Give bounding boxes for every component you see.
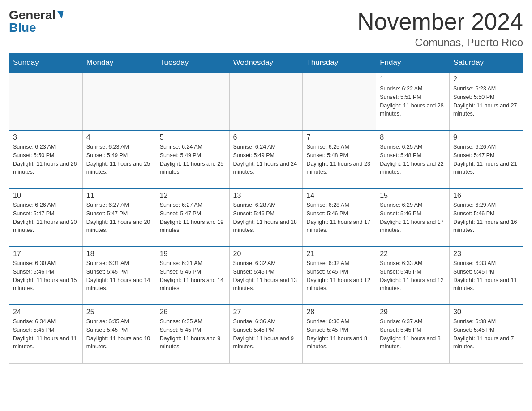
calendar-cell-6: 6Sunrise: 6:24 AM Sunset: 5:49 PM Daylig…: [229, 130, 303, 188]
day-info: Sunrise: 6:32 AM Sunset: 5:45 PM Dayligh…: [306, 259, 372, 293]
day-number: 13: [233, 192, 299, 200]
calendar-cell-2: 2Sunrise: 6:23 AM Sunset: 5:50 PM Daylig…: [450, 72, 523, 130]
day-number: 17: [13, 250, 79, 258]
month-year-title: November 2024: [357, 9, 523, 34]
calendar-cell-4: 4Sunrise: 6:23 AM Sunset: 5:49 PM Daylig…: [82, 130, 156, 188]
day-number: 30: [453, 308, 519, 316]
day-info: Sunrise: 6:38 AM Sunset: 5:45 PM Dayligh…: [453, 317, 519, 351]
column-header-tuesday: Tuesday: [156, 54, 229, 73]
calendar-cell-25: 25Sunrise: 6:35 AM Sunset: 5:45 PM Dayli…: [82, 305, 156, 363]
calendar-cell-22: 22Sunrise: 6:33 AM Sunset: 5:45 PM Dayli…: [376, 247, 450, 305]
calendar-cell-24: 24Sunrise: 6:34 AM Sunset: 5:45 PM Dayli…: [9, 305, 83, 363]
calendar-cell-8: 8Sunrise: 6:25 AM Sunset: 5:48 PM Daylig…: [376, 130, 450, 188]
day-info: Sunrise: 6:33 AM Sunset: 5:45 PM Dayligh…: [453, 259, 519, 293]
day-number: 9: [453, 133, 519, 141]
day-number: 7: [306, 133, 372, 141]
calendar-week-1: 1Sunrise: 6:22 AM Sunset: 5:51 PM Daylig…: [9, 72, 523, 130]
calendar-cell-17: 17Sunrise: 6:30 AM Sunset: 5:46 PM Dayli…: [9, 247, 83, 305]
column-header-monday: Monday: [82, 54, 156, 73]
calendar-cell-3: 3Sunrise: 6:23 AM Sunset: 5:50 PM Daylig…: [9, 130, 83, 188]
calendar-cell-23: 23Sunrise: 6:33 AM Sunset: 5:45 PM Dayli…: [450, 247, 523, 305]
day-number: 8: [380, 133, 446, 141]
calendar-cell-empty: [156, 72, 229, 130]
day-info: Sunrise: 6:35 AM Sunset: 5:45 PM Dayligh…: [86, 317, 152, 351]
calendar-cell-13: 13Sunrise: 6:28 AM Sunset: 5:46 PM Dayli…: [229, 188, 303, 247]
column-header-sunday: Sunday: [9, 54, 83, 73]
calendar-week-5: 24Sunrise: 6:34 AM Sunset: 5:45 PM Dayli…: [9, 305, 523, 363]
calendar-cell-empty: [229, 72, 303, 130]
day-number: 4: [86, 133, 152, 141]
day-number: 18: [86, 250, 152, 258]
column-header-saturday: Saturday: [450, 54, 523, 73]
day-info: Sunrise: 6:26 AM Sunset: 5:47 PM Dayligh…: [453, 143, 519, 176]
day-info: Sunrise: 6:25 AM Sunset: 5:48 PM Dayligh…: [306, 143, 372, 176]
day-number: 10: [13, 192, 79, 200]
day-number: 14: [306, 192, 372, 200]
calendar-week-3: 10Sunrise: 6:26 AM Sunset: 5:47 PM Dayli…: [9, 188, 523, 247]
day-number: 23: [453, 250, 519, 258]
day-info: Sunrise: 6:23 AM Sunset: 5:50 PM Dayligh…: [13, 143, 79, 176]
calendar-cell-5: 5Sunrise: 6:24 AM Sunset: 5:49 PM Daylig…: [156, 130, 229, 188]
day-number: 24: [13, 308, 79, 316]
day-info: Sunrise: 6:29 AM Sunset: 5:46 PM Dayligh…: [453, 201, 519, 235]
calendar-cell-1: 1Sunrise: 6:22 AM Sunset: 5:51 PM Daylig…: [376, 72, 450, 130]
day-number: 19: [160, 250, 226, 258]
calendar-cell-empty: [82, 72, 156, 130]
calendar-cell-12: 12Sunrise: 6:27 AM Sunset: 5:47 PM Dayli…: [156, 188, 229, 247]
day-info: Sunrise: 6:30 AM Sunset: 5:46 PM Dayligh…: [13, 259, 79, 293]
day-info: Sunrise: 6:33 AM Sunset: 5:45 PM Dayligh…: [380, 259, 446, 293]
day-number: 6: [233, 133, 299, 141]
calendar-cell-16: 16Sunrise: 6:29 AM Sunset: 5:46 PM Dayli…: [450, 188, 523, 247]
calendar-cell-empty: [9, 72, 83, 130]
day-number: 25: [86, 308, 152, 316]
day-info: Sunrise: 6:28 AM Sunset: 5:46 PM Dayligh…: [233, 201, 299, 235]
day-info: Sunrise: 6:35 AM Sunset: 5:45 PM Dayligh…: [160, 317, 226, 351]
column-header-thursday: Thursday: [303, 54, 376, 73]
day-number: 29: [380, 308, 446, 316]
calendar-cell-19: 19Sunrise: 6:31 AM Sunset: 5:45 PM Dayli…: [156, 247, 229, 305]
calendar-cell-18: 18Sunrise: 6:31 AM Sunset: 5:45 PM Dayli…: [82, 247, 156, 305]
logo-arrow-icon: [56, 11, 64, 19]
day-number: 28: [306, 308, 372, 316]
calendar-week-2: 3Sunrise: 6:23 AM Sunset: 5:50 PM Daylig…: [9, 130, 523, 188]
day-info: Sunrise: 6:36 AM Sunset: 5:45 PM Dayligh…: [233, 317, 299, 351]
day-number: 27: [233, 308, 299, 316]
calendar-cell-empty: [303, 72, 376, 130]
logo-general-text: General: [9, 9, 56, 21]
column-header-friday: Friday: [376, 54, 450, 73]
day-info: Sunrise: 6:23 AM Sunset: 5:50 PM Dayligh…: [453, 85, 519, 118]
day-number: 26: [160, 308, 226, 316]
day-info: Sunrise: 6:34 AM Sunset: 5:45 PM Dayligh…: [13, 317, 79, 351]
logo-blue-text: Blue: [9, 21, 36, 35]
calendar-table: SundayMondayTuesdayWednesdayThursdayFrid…: [9, 53, 523, 364]
day-info: Sunrise: 6:22 AM Sunset: 5:51 PM Dayligh…: [380, 85, 446, 118]
day-info: Sunrise: 6:24 AM Sunset: 5:49 PM Dayligh…: [160, 143, 226, 176]
calendar-cell-10: 10Sunrise: 6:26 AM Sunset: 5:47 PM Dayli…: [9, 188, 83, 247]
day-number: 21: [306, 250, 372, 258]
day-info: Sunrise: 6:37 AM Sunset: 5:45 PM Dayligh…: [380, 317, 446, 351]
day-info: Sunrise: 6:28 AM Sunset: 5:46 PM Dayligh…: [306, 201, 372, 235]
day-info: Sunrise: 6:26 AM Sunset: 5:47 PM Dayligh…: [13, 201, 79, 235]
calendar-cell-28: 28Sunrise: 6:36 AM Sunset: 5:45 PM Dayli…: [303, 305, 376, 363]
day-info: Sunrise: 6:31 AM Sunset: 5:45 PM Dayligh…: [86, 259, 152, 293]
day-number: 20: [233, 250, 299, 258]
calendar-cell-21: 21Sunrise: 6:32 AM Sunset: 5:45 PM Dayli…: [303, 247, 376, 305]
day-number: 1: [380, 75, 446, 83]
calendar-cell-7: 7Sunrise: 6:25 AM Sunset: 5:48 PM Daylig…: [303, 130, 376, 188]
calendar-cell-20: 20Sunrise: 6:32 AM Sunset: 5:45 PM Dayli…: [229, 247, 303, 305]
day-number: 2: [453, 75, 519, 83]
day-number: 16: [453, 192, 519, 200]
calendar-cell-26: 26Sunrise: 6:35 AM Sunset: 5:45 PM Dayli…: [156, 305, 229, 363]
calendar-cell-29: 29Sunrise: 6:37 AM Sunset: 5:45 PM Dayli…: [376, 305, 450, 363]
day-info: Sunrise: 6:23 AM Sunset: 5:49 PM Dayligh…: [86, 143, 152, 176]
day-number: 22: [380, 250, 446, 258]
day-info: Sunrise: 6:27 AM Sunset: 5:47 PM Dayligh…: [86, 201, 152, 235]
day-number: 5: [160, 133, 226, 141]
day-info: Sunrise: 6:24 AM Sunset: 5:49 PM Dayligh…: [233, 143, 299, 176]
calendar-header-row: SundayMondayTuesdayWednesdayThursdayFrid…: [9, 54, 523, 73]
calendar-cell-9: 9Sunrise: 6:26 AM Sunset: 5:47 PM Daylig…: [450, 130, 523, 188]
day-info: Sunrise: 6:29 AM Sunset: 5:46 PM Dayligh…: [380, 201, 446, 235]
day-number: 11: [86, 192, 152, 200]
day-info: Sunrise: 6:32 AM Sunset: 5:45 PM Dayligh…: [233, 259, 299, 293]
day-number: 3: [13, 133, 79, 141]
